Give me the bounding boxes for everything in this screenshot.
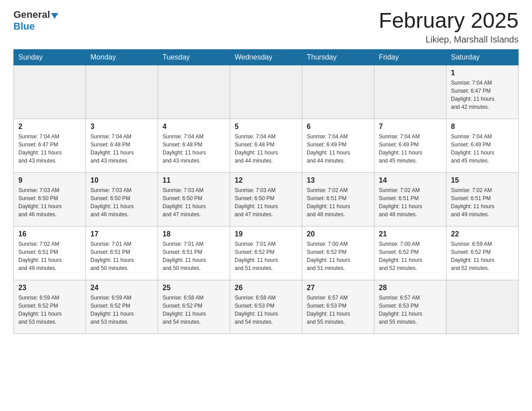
- calendar-cell: 16Sunrise: 7:02 AM Sunset: 6:51 PM Dayli…: [14, 226, 86, 280]
- day-number: 3: [90, 123, 153, 131]
- calendar-cell: 15Sunrise: 7:02 AM Sunset: 6:51 PM Dayli…: [446, 172, 519, 226]
- day-number: 8: [451, 123, 514, 131]
- day-number: 24: [90, 284, 153, 292]
- calendar-cell: 26Sunrise: 6:58 AM Sunset: 6:53 PM Dayli…: [230, 280, 302, 334]
- day-number: 4: [163, 123, 225, 131]
- day-info: Sunrise: 6:58 AM Sunset: 6:52 PM Dayligh…: [163, 294, 225, 326]
- day-of-week-header: Tuesday: [158, 49, 230, 65]
- calendar-cell: 20Sunrise: 7:00 AM Sunset: 6:52 PM Dayli…: [302, 226, 374, 280]
- day-number: 15: [451, 176, 514, 184]
- calendar-cell: 24Sunrise: 6:59 AM Sunset: 6:52 PM Dayli…: [86, 280, 158, 334]
- day-info: Sunrise: 7:03 AM Sunset: 6:50 PM Dayligh…: [90, 186, 153, 218]
- day-number: 23: [18, 284, 81, 292]
- location-title: Likiep, Marshall Islands: [379, 34, 519, 45]
- calendar-cell: 14Sunrise: 7:02 AM Sunset: 6:51 PM Dayli…: [374, 172, 446, 226]
- logo-triangle-icon: [51, 13, 58, 19]
- day-of-week-header: Sunday: [14, 49, 86, 65]
- calendar-cell: [446, 280, 519, 334]
- day-number: 16: [18, 230, 81, 238]
- day-info: Sunrise: 7:04 AM Sunset: 6:49 PM Dayligh…: [451, 133, 514, 165]
- calendar-cell: 23Sunrise: 6:59 AM Sunset: 6:52 PM Dayli…: [14, 280, 86, 334]
- calendar-cell: 12Sunrise: 7:03 AM Sunset: 6:50 PM Dayli…: [230, 172, 302, 226]
- calendar-cell: [230, 65, 302, 119]
- day-info: Sunrise: 7:01 AM Sunset: 6:51 PM Dayligh…: [163, 240, 225, 272]
- calendar-week-row: 23Sunrise: 6:59 AM Sunset: 6:52 PM Dayli…: [14, 280, 519, 334]
- day-info: Sunrise: 7:04 AM Sunset: 6:47 PM Dayligh…: [18, 133, 81, 165]
- calendar-week-row: 9Sunrise: 7:03 AM Sunset: 6:50 PM Daylig…: [14, 172, 519, 226]
- day-number: 1: [451, 69, 514, 77]
- day-number: 21: [379, 230, 442, 238]
- day-of-week-header: Saturday: [446, 49, 519, 65]
- calendar-cell: 18Sunrise: 7:01 AM Sunset: 6:51 PM Dayli…: [158, 226, 230, 280]
- calendar-cell: 13Sunrise: 7:02 AM Sunset: 6:51 PM Dayli…: [302, 172, 374, 226]
- day-number: 19: [235, 230, 297, 238]
- calendar-cell: 28Sunrise: 6:57 AM Sunset: 6:53 PM Dayli…: [374, 280, 446, 334]
- calendar-cell: 3Sunrise: 7:04 AM Sunset: 6:48 PM Daylig…: [86, 119, 158, 172]
- day-info: Sunrise: 7:02 AM Sunset: 6:51 PM Dayligh…: [451, 186, 514, 218]
- calendar-cell: 7Sunrise: 7:04 AM Sunset: 6:49 PM Daylig…: [374, 119, 446, 172]
- logo-general-text: General: [13, 9, 50, 21]
- day-number: 26: [235, 284, 297, 292]
- day-info: Sunrise: 7:04 AM Sunset: 6:48 PM Dayligh…: [90, 133, 153, 165]
- calendar-cell: 8Sunrise: 7:04 AM Sunset: 6:49 PM Daylig…: [446, 119, 519, 172]
- day-info: Sunrise: 6:57 AM Sunset: 6:53 PM Dayligh…: [379, 294, 442, 326]
- day-number: 11: [163, 176, 225, 184]
- title-block: February 2025 Likiep, Marshall Islands: [379, 9, 519, 45]
- calendar-cell: [158, 65, 230, 119]
- day-of-week-header: Friday: [374, 49, 446, 65]
- calendar-week-row: 16Sunrise: 7:02 AM Sunset: 6:51 PM Dayli…: [14, 226, 519, 280]
- day-of-week-header: Thursday: [302, 49, 374, 65]
- day-of-week-header: Monday: [86, 49, 158, 65]
- day-info: Sunrise: 7:01 AM Sunset: 6:52 PM Dayligh…: [235, 240, 297, 272]
- calendar-cell: 25Sunrise: 6:58 AM Sunset: 6:52 PM Dayli…: [158, 280, 230, 334]
- day-info: Sunrise: 6:59 AM Sunset: 6:52 PM Dayligh…: [18, 294, 81, 326]
- calendar-header-row: SundayMondayTuesdayWednesdayThursdayFrid…: [14, 49, 519, 65]
- day-of-week-header: Wednesday: [230, 49, 302, 65]
- calendar-cell: 6Sunrise: 7:04 AM Sunset: 6:49 PM Daylig…: [302, 119, 374, 172]
- page-header: General Blue February 2025 Likiep, Marsh…: [13, 9, 519, 45]
- day-number: 14: [379, 176, 442, 184]
- day-number: 20: [307, 230, 369, 238]
- day-number: 7: [379, 123, 442, 131]
- day-info: Sunrise: 7:02 AM Sunset: 6:51 PM Dayligh…: [307, 186, 369, 218]
- calendar-cell: 27Sunrise: 6:57 AM Sunset: 6:53 PM Dayli…: [302, 280, 374, 334]
- calendar-week-row: 1Sunrise: 7:04 AM Sunset: 6:47 PM Daylig…: [14, 65, 519, 119]
- day-info: Sunrise: 7:00 AM Sunset: 6:52 PM Dayligh…: [307, 240, 369, 272]
- day-info: Sunrise: 6:57 AM Sunset: 6:53 PM Dayligh…: [307, 294, 369, 326]
- calendar-table: SundayMondayTuesdayWednesdayThursdayFrid…: [13, 49, 519, 334]
- calendar-cell: [374, 65, 446, 119]
- day-number: 25: [163, 284, 225, 292]
- calendar-cell: 11Sunrise: 7:03 AM Sunset: 6:50 PM Dayli…: [158, 172, 230, 226]
- day-number: 5: [235, 123, 297, 131]
- day-number: 17: [90, 230, 153, 238]
- day-number: 22: [451, 230, 514, 238]
- day-number: 9: [18, 176, 81, 184]
- day-info: Sunrise: 7:04 AM Sunset: 6:49 PM Dayligh…: [379, 133, 442, 165]
- day-info: Sunrise: 7:04 AM Sunset: 6:49 PM Dayligh…: [307, 133, 369, 165]
- calendar-cell: 19Sunrise: 7:01 AM Sunset: 6:52 PM Dayli…: [230, 226, 302, 280]
- day-info: Sunrise: 7:03 AM Sunset: 6:50 PM Dayligh…: [163, 186, 225, 218]
- calendar-cell: 10Sunrise: 7:03 AM Sunset: 6:50 PM Dayli…: [86, 172, 158, 226]
- calendar-week-row: 2Sunrise: 7:04 AM Sunset: 6:47 PM Daylig…: [14, 119, 519, 172]
- calendar-cell: 21Sunrise: 7:00 AM Sunset: 6:52 PM Dayli…: [374, 226, 446, 280]
- day-number: 28: [379, 284, 442, 292]
- calendar-cell: 1Sunrise: 7:04 AM Sunset: 6:47 PM Daylig…: [446, 65, 519, 119]
- day-info: Sunrise: 6:58 AM Sunset: 6:53 PM Dayligh…: [235, 294, 297, 326]
- month-title: February 2025: [379, 9, 519, 33]
- day-number: 27: [307, 284, 369, 292]
- day-info: Sunrise: 6:59 AM Sunset: 6:52 PM Dayligh…: [90, 294, 153, 326]
- day-info: Sunrise: 7:01 AM Sunset: 6:51 PM Dayligh…: [90, 240, 153, 272]
- day-info: Sunrise: 7:04 AM Sunset: 6:48 PM Dayligh…: [235, 133, 297, 165]
- day-number: 12: [235, 176, 297, 184]
- day-number: 18: [163, 230, 225, 238]
- day-number: 6: [307, 123, 369, 131]
- day-info: Sunrise: 6:59 AM Sunset: 6:52 PM Dayligh…: [451, 240, 514, 272]
- day-info: Sunrise: 7:02 AM Sunset: 6:51 PM Dayligh…: [379, 186, 442, 218]
- calendar-cell: 2Sunrise: 7:04 AM Sunset: 6:47 PM Daylig…: [14, 119, 86, 172]
- day-info: Sunrise: 7:04 AM Sunset: 6:48 PM Dayligh…: [163, 133, 225, 165]
- calendar-cell: [14, 65, 86, 119]
- day-info: Sunrise: 7:03 AM Sunset: 6:50 PM Dayligh…: [18, 186, 81, 218]
- calendar-cell: [302, 65, 374, 119]
- logo: General Blue: [13, 9, 58, 32]
- day-number: 2: [18, 123, 81, 131]
